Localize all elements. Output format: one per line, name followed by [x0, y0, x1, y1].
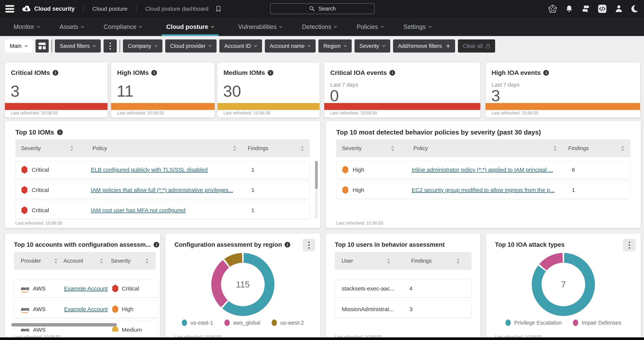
legend-item[interactable]: us-west-2 [272, 320, 304, 326]
nav-tab-assets[interactable]: Assets [60, 18, 84, 36]
clear-all-button[interactable]: Clear all [458, 39, 495, 52]
legend-item[interactable]: Impair Defenses [573, 320, 621, 326]
crowdstrike-logo-icon[interactable] [548, 4, 557, 13]
table-header: Severity Policy Findings [16, 139, 310, 157]
breadcrumb-app[interactable]: Cloud security [34, 5, 75, 12]
nav-tab-policies[interactable]: Policies [356, 18, 384, 36]
sort-icon[interactable] [233, 146, 236, 151]
table-row[interactable]: stacksets-exec-aac... 4 [335, 280, 472, 297]
sort-icon[interactable] [387, 258, 390, 264]
panel-kebab-menu[interactable] [623, 239, 636, 251]
account-link[interactable]: Example Account [64, 306, 108, 312]
legend-dot [506, 320, 511, 326]
filter-divider [52, 40, 52, 52]
user-icon[interactable] [614, 4, 623, 13]
horizontal-scrollbar-thumb[interactable] [11, 323, 117, 327]
dark-mode-moon-icon[interactable] [631, 4, 640, 13]
severity-hexagon-icon [21, 206, 28, 214]
sort-icon[interactable] [145, 258, 149, 264]
user-name: stacksets-exec-aac... [342, 285, 410, 292]
legend-item[interactable]: aws_global [224, 320, 260, 326]
info-icon[interactable]: i [154, 242, 159, 247]
add-remove-filters-button[interactable]: Add/remove filters+ [393, 39, 455, 52]
panel-title: Top 10 IOMs [16, 129, 54, 136]
bookmark-icon[interactable] [216, 6, 221, 12]
sort-icon[interactable] [456, 258, 460, 264]
chat-icon[interactable] [581, 4, 590, 13]
dashboard-layout-button[interactable] [36, 39, 49, 52]
filter-cloud-provider[interactable]: Cloud provider [165, 39, 217, 52]
table-row[interactable]: MissionAdministrat... 3 [335, 300, 472, 318]
sort-icon[interactable] [300, 146, 304, 151]
filter-company[interactable]: Company [123, 39, 162, 52]
info-icon[interactable]: i [268, 70, 273, 76]
kpi-card-high-ioa-events: High IOA eventsi Last 7 days 3 Last refr… [486, 63, 640, 118]
filter-region[interactable]: Region [318, 39, 352, 52]
layout-icon [38, 42, 46, 50]
sort-icon[interactable] [621, 146, 625, 151]
filter-account-name[interactable]: Account name [265, 39, 316, 52]
nav-tab-settings[interactable]: Settings [404, 18, 432, 36]
scrollbar-thumb[interactable] [315, 161, 318, 189]
sort-icon[interactable] [100, 258, 104, 264]
filter-kebab-menu[interactable] [104, 39, 117, 52]
panel-title: Configuration assessment by region [174, 241, 282, 248]
info-icon[interactable]: i [543, 70, 549, 76]
panel-kebab-menu[interactable] [303, 239, 315, 251]
table-header: User Findings [335, 252, 472, 270]
info-icon[interactable]: i [151, 70, 157, 76]
nav-tab-detections[interactable]: Detections [302, 18, 337, 36]
sort-icon[interactable] [54, 258, 58, 264]
table-row[interactable]: awsAWS Example Account Critical [14, 280, 158, 297]
filter-account-id[interactable]: Account ID [219, 39, 262, 52]
breadcrumb-section[interactable]: Cloud posture [92, 6, 128, 12]
search-icon [309, 6, 315, 12]
policy-link[interactable]: IAM root user has MFA not configured [91, 207, 186, 213]
top-10-ioa-attack-types-panel: Top 10 IOA attack types 7 Privilege Esca… [486, 234, 641, 337]
sort-icon[interactable] [553, 146, 557, 151]
last-refreshed: Last refreshed: 10:56:55 [492, 111, 538, 116]
policy-link[interactable]: ELB configured publicly with TLS/SSL dis… [91, 167, 208, 173]
saved-filters-button[interactable]: Saved filters [55, 39, 101, 52]
breadcrumb-divider [83, 4, 84, 13]
last-refreshed: Last refreshed: 10:56:55 [336, 221, 383, 226]
info-icon[interactable]: i [53, 70, 58, 76]
table-row[interactable]: High EC2 security group modified to allo… [336, 181, 630, 199]
findings-count: 3 [410, 306, 412, 313]
table-row[interactable]: awsAWS Example Account High [14, 300, 158, 318]
hamburger-menu-icon[interactable] [5, 5, 14, 12]
nav-tab-compliance[interactable]: Compliance [104, 18, 142, 36]
findings-count: 1 [251, 187, 304, 193]
view-selector-main[interactable]: Main [5, 39, 33, 52]
table-row[interactable]: High Inline administrator policy (*:*) a… [336, 161, 630, 179]
table-row[interactable]: Critical IAM root user has MFA not confi… [16, 201, 310, 219]
sort-icon[interactable] [391, 146, 394, 151]
policy-link[interactable]: EC2 security group modified to allow ing… [412, 187, 554, 193]
nav-tab-vulnerabilities[interactable]: Vulnerabilities [238, 18, 282, 36]
account-link[interactable]: Example Account [64, 285, 108, 292]
nav-tab-cloud-posture[interactable]: Cloud posture [162, 18, 218, 36]
legend-item[interactable]: us-east-1 [182, 320, 213, 326]
table-row[interactable]: Critical ELB configured publicly with TL… [16, 161, 310, 179]
kpi-title: Medium IOMs [224, 69, 265, 76]
table-row[interactable]: Critical IAM policies that allow full (*… [16, 181, 310, 199]
filter-severity[interactable]: Severity [354, 39, 390, 52]
info-icon[interactable]: i [390, 70, 395, 76]
sort-icon[interactable] [70, 146, 74, 151]
nav-tab-monitor[interactable]: Monitor [14, 18, 40, 36]
api-code-icon[interactable] [598, 4, 607, 13]
search-input[interactable]: Search [270, 3, 375, 14]
notifications-bell-icon[interactable] [565, 4, 574, 13]
legend-item[interactable]: Privilege Escalation [506, 320, 562, 326]
kpi-title: High IOMs [117, 69, 149, 76]
info-icon[interactable]: i [57, 130, 63, 135]
top-bar-actions [548, 0, 640, 18]
kpi-card-critical-ioms: Critical IOMsi 3 Last refreshed: 10:56:5… [5, 63, 108, 118]
policy-link[interactable]: IAM policies that allow full (*:*) admin… [91, 187, 233, 193]
severity-color-bar [486, 103, 640, 110]
findings-count: 1 [251, 207, 304, 213]
breadcrumb-page[interactable]: Cloud posture dashboard [145, 6, 208, 12]
policy-link[interactable]: Inline administrator policy (*:*) applie… [412, 167, 553, 173]
info-icon[interactable]: i [284, 242, 290, 247]
aws-logo: aws [21, 306, 29, 312]
